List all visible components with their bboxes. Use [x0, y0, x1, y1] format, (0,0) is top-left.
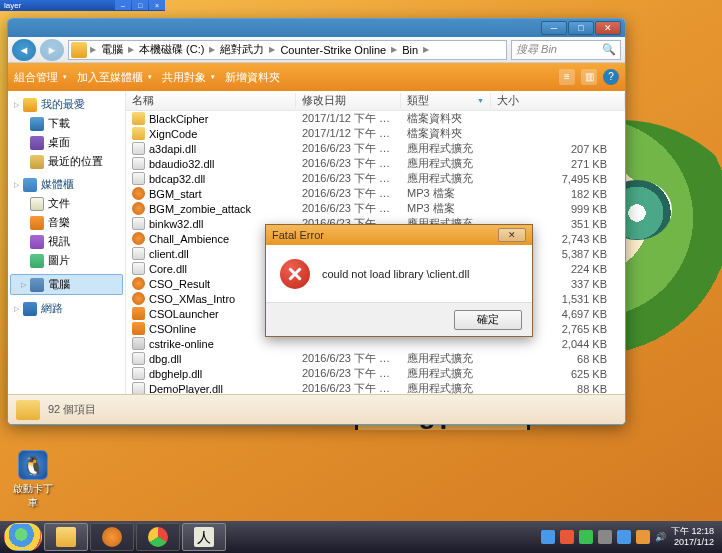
file-row[interactable]: BlackCipher2017/1/12 下午 12:...檔案資料夾: [126, 111, 625, 126]
shortcut-label: 啟動卡丁車: [12, 482, 54, 510]
app-icon: [18, 450, 48, 480]
file-icon: [132, 262, 145, 275]
file-row[interactable]: bdaudio32.dll2016/6/23 下午 08:...應用程式擴充27…: [126, 156, 625, 171]
help-button[interactable]: ?: [603, 69, 619, 85]
breadcrumb-seg[interactable]: 本機磁碟 (C:): [135, 42, 208, 57]
taskbar-chrome[interactable]: [136, 523, 180, 551]
dialog-close-button[interactable]: ✕: [498, 228, 526, 242]
error-dialog: Fatal Error ✕ could not load library \cl…: [265, 224, 533, 337]
sidebar-network[interactable]: ▷網路: [8, 299, 125, 318]
drive-icon: [71, 42, 87, 58]
search-input[interactable]: 搜尋 Bin 🔍: [511, 40, 621, 60]
organize-menu[interactable]: 組合管理: [14, 70, 67, 85]
column-size[interactable]: 大小: [491, 93, 625, 108]
sidebar-computer[interactable]: ▷電腦: [10, 274, 123, 295]
new-folder-button[interactable]: 新增資料夾: [225, 70, 280, 85]
sidebar-item[interactable]: 最近的位置: [8, 152, 125, 171]
maximize-button[interactable]: □: [568, 21, 594, 35]
file-name: binkw32.dll: [149, 218, 203, 230]
system-tray[interactable]: 🔊 下午 12:182017/1/12: [541, 526, 718, 548]
folder-icon: [56, 527, 76, 547]
view-options-button[interactable]: ≡: [559, 69, 575, 85]
taskbar: ⼈ 🔊 下午 12:182017/1/12: [0, 521, 722, 553]
tray-icon[interactable]: [560, 530, 574, 544]
sidebar-item[interactable]: 圖片: [8, 251, 125, 270]
clock[interactable]: 下午 12:182017/1/12: [671, 526, 714, 548]
tray-icon[interactable]: [636, 530, 650, 544]
taskbar-explorer[interactable]: [44, 523, 88, 551]
file-row[interactable]: XignCode2017/1/12 下午 12:...檔案資料夾: [126, 126, 625, 141]
sidebar-item-icon: [30, 254, 44, 268]
search-icon: 🔍: [602, 43, 616, 56]
taskbar-mediaplayer[interactable]: [90, 523, 134, 551]
sidebar-item-icon: [30, 216, 44, 230]
sidebar-item[interactable]: 文件: [8, 194, 125, 213]
nav-bar: ◄ ► ▶電腦 ▶本機磁碟 (C:) ▶絕對武力 ▶Counter-Strike…: [8, 37, 625, 63]
file-name: Chall_Ambience: [149, 233, 229, 245]
taskbar-cs[interactable]: ⼈: [182, 523, 226, 551]
file-row[interactable]: dbghelp.dll2016/6/23 下午 08:...應用程式擴充625 …: [126, 366, 625, 381]
tray-icon[interactable]: [598, 530, 612, 544]
sidebar-item[interactable]: 視訊: [8, 232, 125, 251]
tray-icon[interactable]: [617, 530, 631, 544]
file-name: CSOLauncher: [149, 308, 219, 320]
file-icon: [132, 232, 145, 245]
file-name: BGM_zombie_attack: [149, 203, 251, 215]
start-button[interactable]: [4, 523, 42, 551]
file-name: dbghelp.dll: [149, 368, 202, 380]
breadcrumb-seg[interactable]: Bin: [398, 44, 422, 56]
breadcrumb-seg[interactable]: Counter-Strike Online: [276, 44, 390, 56]
volume-icon[interactable]: 🔊: [655, 532, 666, 542]
file-name: CSO_Result: [149, 278, 210, 290]
sidebar-item[interactable]: 桌面: [8, 133, 125, 152]
file-row[interactable]: a3dapi.dll2016/6/23 下午 08:...應用程式擴充207 K…: [126, 141, 625, 156]
file-row[interactable]: BGM_start2016/6/23 下午 08:...MP3 檔案182 KB: [126, 186, 625, 201]
file-icon: [132, 142, 145, 155]
breadcrumb[interactable]: ▶電腦 ▶本機磁碟 (C:) ▶絕對武力 ▶Counter-Strike Onl…: [68, 40, 507, 60]
minimize-button[interactable]: ─: [541, 21, 567, 35]
back-button[interactable]: ◄: [12, 39, 36, 61]
status-bar: 92 個項目: [8, 394, 625, 424]
window-titlebar[interactable]: ─ □ ✕: [8, 19, 625, 37]
file-type: MP3 檔案: [401, 201, 491, 216]
file-date: 2016/6/23 下午 08:...: [296, 366, 401, 381]
sidebar-item-icon: [30, 197, 44, 211]
preview-pane-button[interactable]: ▥: [581, 69, 597, 85]
column-type[interactable]: 類型▼: [401, 93, 491, 108]
sidebar-item[interactable]: 下載: [8, 114, 125, 133]
dialog-titlebar[interactable]: Fatal Error ✕: [266, 225, 532, 245]
file-row[interactable]: dbg.dll2016/6/23 下午 08:...應用程式擴充68 KB: [126, 351, 625, 366]
file-name: DemoPlayer.dll: [149, 383, 223, 395]
file-row[interactable]: BGM_zombie_attack2016/6/23 下午 08:...MP3 …: [126, 201, 625, 216]
file-date: 2016/6/23 下午 08:...: [296, 186, 401, 201]
include-library-menu[interactable]: 加入至媒體櫃: [77, 70, 152, 85]
file-icon: [132, 352, 145, 365]
tray-icon[interactable]: [579, 530, 593, 544]
sidebar-libraries-header[interactable]: ▷媒體櫃: [8, 175, 125, 194]
forward-button[interactable]: ►: [40, 39, 64, 61]
file-name: client.dll: [149, 248, 189, 260]
column-name[interactable]: 名稱: [126, 93, 296, 108]
file-icon: [132, 112, 145, 125]
tray-icon[interactable]: [541, 530, 555, 544]
desktop-shortcut[interactable]: 啟動卡丁車: [12, 450, 54, 510]
breadcrumb-seg[interactable]: 電腦: [97, 42, 127, 57]
sidebar-item[interactable]: 音樂: [8, 213, 125, 232]
dialog-ok-button[interactable]: 確定: [454, 310, 522, 330]
file-type: 應用程式擴充: [401, 171, 491, 186]
file-name: cstrike-online: [149, 338, 214, 350]
file-row[interactable]: bdcap32.dll2016/6/23 下午 08:...應用程式擴充7,49…: [126, 171, 625, 186]
file-row[interactable]: DemoPlayer.dll2016/6/23 下午 08:...應用程式擴充8…: [126, 381, 625, 394]
file-icon: [132, 382, 145, 394]
sidebar-favorites-header[interactable]: ▷我的最愛: [8, 95, 125, 114]
close-button[interactable]: ✕: [595, 21, 621, 35]
column-date[interactable]: 修改日期: [296, 93, 401, 108]
dialog-message: could not load library \client.dll: [322, 268, 469, 280]
file-date: 2016/6/23 下午 08:...: [296, 201, 401, 216]
file-name: Core.dll: [149, 263, 187, 275]
breadcrumb-seg[interactable]: 絕對武力: [216, 42, 268, 57]
share-menu[interactable]: 共用對象: [162, 70, 215, 85]
file-name: a3dapi.dll: [149, 143, 196, 155]
sidebar-item-icon: [30, 235, 44, 249]
file-row[interactable]: cstrike-online2,044 KB: [126, 336, 625, 351]
